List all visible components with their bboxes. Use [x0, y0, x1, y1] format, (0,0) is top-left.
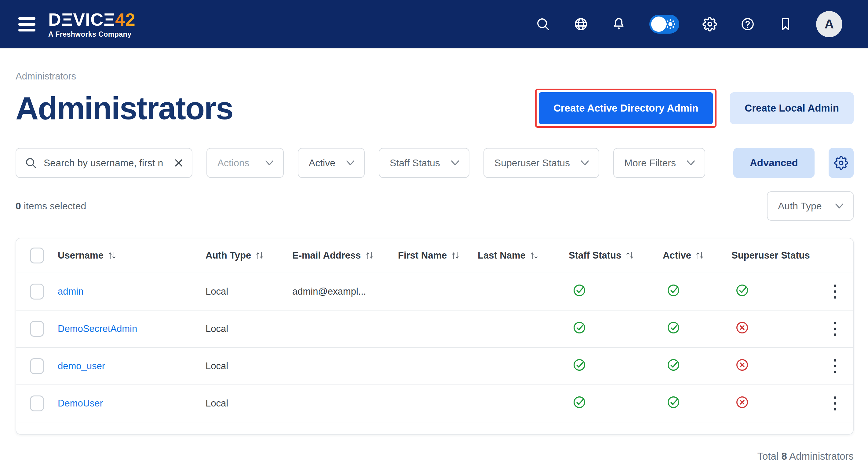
table-settings-button[interactable]	[829, 148, 854, 178]
active-filter-label: Active	[309, 157, 335, 169]
active-status-icon	[666, 321, 680, 335]
staff-status-icon	[572, 395, 586, 409]
logo-accent: 42	[115, 9, 135, 29]
staff-status-icon	[572, 358, 586, 372]
row-menu-button[interactable]	[832, 395, 838, 412]
table-row: DemoSecretAdmin Local	[16, 311, 853, 348]
total-count-value: 8	[781, 450, 787, 462]
table-body: admin Local admin@exampl... DemoSecretAd…	[16, 273, 853, 422]
chevron-down-icon	[686, 160, 695, 166]
table-row: admin Local admin@exampl...	[16, 273, 853, 311]
auth-type-label: Auth Type	[778, 201, 822, 212]
superuser-status-label: Superuser Status	[494, 157, 570, 169]
gear-icon	[834, 156, 848, 170]
active-status-icon	[666, 283, 680, 297]
row-checkbox[interactable]	[30, 321, 44, 337]
column-header-superuser-status[interactable]: Superuser Status	[732, 250, 817, 261]
superuser-status-icon	[735, 358, 749, 372]
search-input-icon	[25, 157, 37, 169]
table-bottom-strip	[16, 422, 853, 434]
bookmark-icon[interactable]	[778, 17, 793, 31]
auth-type-cell: Local	[206, 398, 292, 409]
column-header-username[interactable]: Username	[58, 250, 206, 261]
staff-status-icon	[572, 283, 586, 297]
column-header-first-name[interactable]: First Name	[398, 250, 478, 261]
select-all-checkbox[interactable]	[30, 247, 44, 263]
column-header-last-name[interactable]: Last Name	[478, 250, 569, 261]
page-title: Administrators	[16, 90, 233, 126]
staff-status-icon	[572, 321, 586, 335]
breadcrumb[interactable]: Administrators	[16, 71, 854, 82]
chevron-down-icon	[451, 160, 460, 166]
active-status-icon	[666, 395, 680, 409]
annotation-highlight-box: Create Active Directory Admin	[535, 89, 716, 128]
actions-dropdown[interactable]: Actions	[207, 148, 284, 178]
help-icon[interactable]	[740, 17, 755, 31]
auth-type-cell: Local	[206, 323, 292, 334]
active-status-icon	[666, 358, 680, 372]
auth-type-cell: Local	[206, 361, 292, 372]
sort-icon[interactable]	[625, 251, 634, 260]
items-selected-text: 0 items selected	[16, 201, 86, 212]
chevron-down-icon	[580, 160, 589, 166]
selected-label: items selected	[24, 201, 87, 211]
avatar[interactable]: A	[816, 11, 842, 37]
sort-icon[interactable]	[695, 251, 704, 260]
logo-text: DΞVICΞ42	[48, 11, 135, 28]
superuser-status-dropdown[interactable]: Superuser Status	[484, 148, 599, 178]
create-local-admin-button[interactable]: Create Local Admin	[730, 92, 854, 124]
column-header-active[interactable]: Active	[663, 250, 732, 261]
sort-icon[interactable]	[108, 251, 116, 260]
table-header-row: Username Auth Type E-mail Address First …	[16, 238, 853, 273]
search-input[interactable]: Search by username, first n	[16, 148, 192, 178]
create-active-directory-admin-button[interactable]: Create Active Directory Admin	[539, 92, 713, 124]
selected-count: 0	[16, 201, 21, 211]
theme-toggle[interactable]	[649, 15, 679, 34]
chevron-down-icon	[835, 203, 844, 209]
device42-logo[interactable]: DΞVICΞ42 A Freshworks Company	[48, 11, 135, 38]
sort-icon[interactable]	[451, 251, 460, 260]
column-header-staff-status[interactable]: Staff Status	[569, 250, 663, 261]
column-header-auth-type[interactable]: Auth Type	[206, 250, 292, 261]
search-icon[interactable]	[536, 17, 550, 31]
top-navbar: DΞVICΞ42 A Freshworks Company	[0, 0, 868, 49]
more-filters-dropdown[interactable]: More Filters	[613, 148, 705, 178]
superuser-status-icon	[735, 283, 749, 297]
table-row: demo_user Local	[16, 348, 853, 385]
username-link[interactable]: admin	[58, 286, 83, 297]
active-filter-dropdown[interactable]: Active	[298, 148, 365, 178]
row-checkbox[interactable]	[30, 284, 44, 299]
superuser-status-icon	[735, 395, 749, 409]
staff-status-dropdown[interactable]: Staff Status	[379, 148, 469, 178]
row-menu-button[interactable]	[832, 283, 838, 300]
sort-icon[interactable]	[255, 251, 264, 260]
advanced-button[interactable]: Advanced	[733, 148, 814, 178]
gear-icon[interactable]	[703, 17, 717, 31]
notifications-bell-icon[interactable]	[612, 17, 626, 31]
username-link[interactable]: DemoSecretAdmin	[58, 323, 137, 334]
clear-search-icon[interactable]	[174, 158, 184, 168]
row-checkbox[interactable]	[30, 358, 44, 374]
row-menu-button[interactable]	[832, 357, 838, 375]
chevron-down-icon	[265, 160, 274, 166]
username-link[interactable]: demo_user	[58, 361, 105, 371]
auth-type-dropdown[interactable]: Auth Type	[767, 191, 854, 221]
row-checkbox[interactable]	[30, 396, 44, 411]
administrators-table: Username Auth Type E-mail Address First …	[16, 238, 854, 435]
sun-icon	[664, 18, 677, 30]
username-link[interactable]: DemoUser	[58, 398, 103, 409]
auth-type-cell: Local	[206, 286, 292, 297]
table-row: DemoUser Local	[16, 385, 853, 422]
menu-icon[interactable]	[18, 17, 35, 31]
column-header-email[interactable]: E-mail Address	[292, 250, 398, 261]
email-cell: admin@exampl...	[292, 286, 398, 297]
row-menu-button[interactable]	[832, 320, 838, 338]
globe-icon[interactable]	[574, 17, 588, 31]
actions-dropdown-label: Actions	[217, 157, 250, 169]
superuser-status-icon	[735, 321, 749, 335]
chevron-down-icon	[346, 160, 355, 166]
total-count-text: Total 8 Administrators	[16, 450, 854, 462]
sort-icon[interactable]	[365, 251, 374, 260]
logo-tagline: A Freshworks Company	[48, 31, 135, 38]
sort-icon[interactable]	[530, 251, 538, 260]
